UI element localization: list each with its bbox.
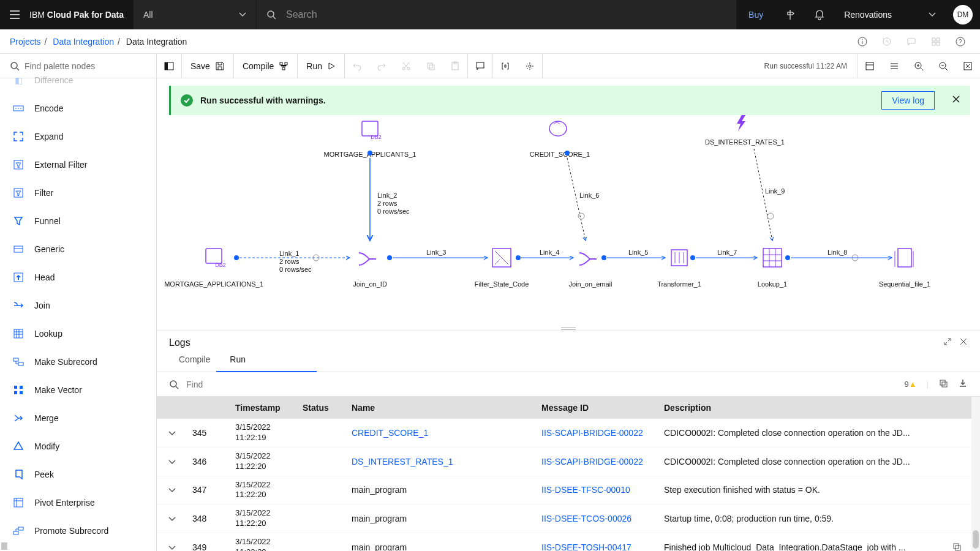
palette-item-expand[interactable]: Expand bbox=[0, 122, 156, 151]
svg-rect-16 bbox=[13, 358, 18, 361]
copy-row-button[interactable] bbox=[947, 447, 971, 476]
tab-run[interactable]: Run bbox=[220, 348, 255, 372]
copy-row-button[interactable] bbox=[947, 533, 971, 551]
logs-find-input[interactable] bbox=[186, 380, 897, 389]
palette-item-pivot[interactable]: Pivot Enterprise bbox=[0, 489, 156, 517]
undo-button[interactable] bbox=[345, 54, 369, 78]
help-button[interactable] bbox=[951, 32, 970, 51]
log-row[interactable]: 3463/15/202211:22:20DS_INTEREST_RATES_1I… bbox=[157, 447, 971, 476]
node-credit-score[interactable]: CREDIT_SCORE_1 bbox=[530, 121, 590, 158]
row-msgid[interactable]: IIS-DSEE-TOSH-00417 bbox=[537, 533, 659, 551]
palette-item-peek[interactable]: Peek bbox=[0, 460, 156, 489]
global-search[interactable]: Search bbox=[257, 0, 736, 29]
palette-item-make-subrecord[interactable]: Make Subrecord bbox=[0, 348, 156, 376]
toggle-panel-button[interactable] bbox=[157, 54, 181, 78]
node-transformer[interactable]: Transformer_1 bbox=[657, 250, 701, 288]
node-join-id[interactable]: Join_on_ID bbox=[353, 253, 387, 288]
workspace-dropdown[interactable]: Renovations bbox=[834, 10, 946, 20]
palette-item-difference[interactable]: ◧Difference bbox=[0, 66, 156, 94]
palette-item-external-filter[interactable]: External Filter bbox=[0, 151, 156, 179]
palette-item-funnel[interactable]: Funnel bbox=[0, 207, 156, 235]
compile-button[interactable]: Compile bbox=[234, 54, 297, 78]
row-msgid[interactable]: IIS-SCAPI-BRIDGE-00022 bbox=[537, 447, 659, 476]
hamburger-menu[interactable] bbox=[0, 0, 29, 29]
copy-row-button[interactable] bbox=[947, 476, 971, 504]
palette-item-head[interactable]: Head bbox=[0, 263, 156, 291]
palette-item-encode[interactable]: Encode bbox=[0, 94, 156, 122]
palette-item-filter[interactable]: Filter bbox=[0, 179, 156, 207]
svg-point-75 bbox=[387, 255, 392, 260]
close-notification-button[interactable] bbox=[952, 95, 960, 106]
copy-row-button[interactable] bbox=[947, 419, 971, 447]
info-button[interactable] bbox=[853, 32, 872, 51]
arrange-button[interactable] bbox=[882, 54, 907, 78]
canvas[interactable]: Run successful with warnings. View log D… bbox=[157, 78, 980, 327]
log-row[interactable]: 3483/15/202211:22:20main_programIIS-DSEE… bbox=[157, 504, 971, 533]
log-row[interactable]: 3493/15/202211:22:20main_programIIS-DSEE… bbox=[157, 533, 971, 551]
palette-item-make-vector[interactable]: Make Vector bbox=[0, 376, 156, 404]
row-msgid[interactable]: IIS-DSEE-TCOS-00026 bbox=[537, 504, 659, 533]
close-logs-button[interactable] bbox=[959, 337, 968, 348]
row-msgid[interactable]: IIS-DSEE-TFSC-00010 bbox=[537, 476, 659, 504]
palette-item-lookup[interactable]: Lookup bbox=[0, 320, 156, 348]
head-icon bbox=[12, 271, 24, 283]
expand-row-button[interactable] bbox=[157, 476, 187, 504]
parameters-button[interactable] bbox=[493, 54, 518, 78]
node-lookup[interactable]: Lookup_1 bbox=[758, 249, 787, 288]
comment-button[interactable] bbox=[902, 32, 921, 51]
download-logs-button[interactable] bbox=[958, 378, 968, 390]
arrange-icon bbox=[889, 61, 899, 71]
expand-row-button[interactable] bbox=[157, 533, 187, 551]
zoom-out-button[interactable] bbox=[931, 54, 956, 78]
log-row[interactable]: 3453/15/202211:22:19CREDIT_SCORE_1IIS-SC… bbox=[157, 419, 971, 447]
expand-row-button[interactable] bbox=[157, 419, 187, 447]
log-row[interactable]: 3473/15/202211:22:20main_programIIS-DSEE… bbox=[157, 476, 971, 504]
buy-link[interactable]: Buy bbox=[736, 10, 775, 20]
avatar[interactable]: DM bbox=[953, 5, 973, 24]
tab-compile[interactable]: Compile bbox=[169, 348, 220, 372]
expand-row-button[interactable] bbox=[157, 447, 187, 476]
palette-item-modify[interactable]: Modify bbox=[0, 432, 156, 460]
row-name: main_program bbox=[347, 504, 537, 533]
redo-button[interactable] bbox=[369, 54, 394, 78]
paste-button[interactable] bbox=[443, 54, 467, 78]
save-button[interactable]: Save bbox=[182, 54, 233, 78]
help-tour-button[interactable] bbox=[775, 0, 805, 29]
svg-rect-17 bbox=[18, 362, 23, 365]
palette-item-merge[interactable]: Merge bbox=[0, 404, 156, 432]
settings-button[interactable] bbox=[518, 54, 542, 78]
add-comment-button[interactable] bbox=[468, 54, 492, 78]
row-timestamp: 3/15/202211:22:20 bbox=[230, 447, 298, 476]
palette-item-join[interactable]: Join bbox=[0, 291, 156, 320]
copy-row-button[interactable] bbox=[947, 504, 971, 533]
palette-item-generic[interactable]: Generic bbox=[0, 235, 156, 263]
cut-button[interactable] bbox=[394, 54, 418, 78]
svg-text:Link_4: Link_4 bbox=[540, 249, 559, 256]
qr-button[interactable] bbox=[926, 32, 946, 51]
history-button[interactable] bbox=[877, 32, 897, 51]
palette-item-promote[interactable]: Promote Subrecord bbox=[0, 517, 156, 545]
zoom-fit-button[interactable] bbox=[956, 54, 980, 78]
node-interest-rates[interactable]: DS_INTEREST_RATES_1 bbox=[705, 115, 785, 146]
row-msgid[interactable]: IIS-SCAPI-BRIDGE-00022 bbox=[537, 419, 659, 447]
layout-button[interactable] bbox=[858, 54, 882, 78]
node-filter-state[interactable]: Filter_State_Code bbox=[475, 249, 529, 288]
breadcrumb-projects[interactable]: Projects bbox=[10, 37, 41, 47]
node-mortgage-applicants[interactable]: DB2 MORTGAGE_APPLICANTS_1 bbox=[324, 121, 417, 158]
notifications-button[interactable] bbox=[805, 0, 834, 29]
node-mortgage-applications[interactable]: DB2MORTGAGE_APPLICATIONS_1 bbox=[164, 249, 263, 288]
logs-scrollbar[interactable] bbox=[971, 397, 980, 551]
zoom-in-button[interactable] bbox=[907, 54, 931, 78]
node-sequential-file[interactable]: Sequential_file_1 bbox=[879, 249, 930, 288]
maximize-logs-button[interactable] bbox=[943, 337, 952, 348]
scope-label: All bbox=[143, 10, 153, 20]
view-log-button[interactable]: View log bbox=[881, 91, 935, 110]
breadcrumb-integration[interactable]: Data Integration bbox=[53, 37, 114, 47]
svg-text:DS_INTEREST_RATES_1: DS_INTEREST_RATES_1 bbox=[705, 138, 785, 146]
copy-button[interactable] bbox=[418, 54, 443, 78]
svg-text:Link_5: Link_5 bbox=[628, 249, 648, 256]
scope-dropdown[interactable]: All bbox=[134, 0, 256, 29]
copy-logs-button[interactable] bbox=[938, 378, 948, 390]
expand-row-button[interactable] bbox=[157, 504, 187, 533]
run-button[interactable]: Run bbox=[298, 54, 344, 78]
